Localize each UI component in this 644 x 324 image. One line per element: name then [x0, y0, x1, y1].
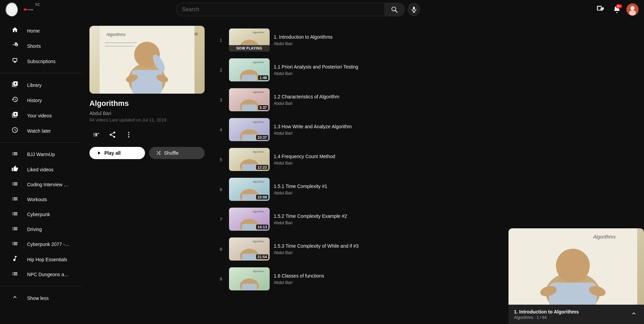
- mic-button[interactable]: [408, 3, 420, 16]
- shuffle-button[interactable]: Shuffle: [149, 147, 205, 159]
- svg-text:Algorithms: Algorithms: [252, 121, 264, 123]
- sidebar-item-label: Subscriptions: [27, 59, 56, 64]
- notifications-button[interactable]: 9+: [610, 3, 624, 16]
- sidebar-item-library[interactable]: Library: [3, 77, 79, 93]
- sidebar-item-label: Coding Interview Pr...: [27, 182, 70, 187]
- svg-text:YouTube: YouTube: [27, 9, 33, 11]
- video-title: 1.1 Priori Analysis and Posteriori Testi…: [274, 64, 632, 70]
- video-thumbnail: Algorithms 21:54: [229, 237, 270, 261]
- video-list-item[interactable]: 3 Algorithms 5:37 1.2 Characteristics of…: [213, 85, 636, 114]
- sidebar-item-label: Workouts: [27, 197, 47, 202]
- sidebar-item-show-less[interactable]: Show less: [3, 290, 79, 301]
- svg-text:Algorithms: Algorithms: [106, 32, 126, 37]
- playlist-icon-5: [11, 225, 19, 233]
- video-thumbnail: Algorithms 12:22: [229, 148, 270, 171]
- svg-rect-8: [413, 7, 415, 10]
- sort-icon: [92, 131, 100, 138]
- play-all-button[interactable]: Play all: [89, 147, 145, 159]
- svg-point-16: [630, 6, 635, 10]
- history-icon: [11, 96, 19, 104]
- svg-rect-81: [549, 283, 597, 301]
- video-thumbnail: Algorithms 10:08: [229, 178, 270, 201]
- sidebar-item-label: History: [27, 98, 42, 103]
- svg-rect-46: [242, 104, 257, 111]
- duration-badge: 10:37: [256, 135, 268, 140]
- video-author: Abdul Bari: [274, 101, 632, 106]
- shorts-icon: [11, 42, 19, 50]
- sidebar-item-liked[interactable]: Liked videos: [3, 162, 79, 177]
- youtube-logo[interactable]: YouTube NZ: [24, 6, 40, 13]
- sidebar-item-label: Shorts: [27, 43, 41, 49]
- sidebar-item-driving[interactable]: Driving: [3, 222, 79, 237]
- create-button[interactable]: [594, 3, 607, 16]
- video-list-item[interactable]: 5 Algorithms 12:22 1.4 Frequency Count M…: [213, 145, 636, 174]
- video-author: Abdul Bari: [274, 161, 632, 166]
- sidebar-item-cyberpunk2077[interactable]: Cyberpunk 2077 - G...: [3, 237, 79, 252]
- header: YouTube NZ: [0, 0, 644, 19]
- svg-point-29: [128, 134, 129, 135]
- sidebar-item-shorts[interactable]: Shorts: [3, 38, 79, 54]
- sidebar-item-label: BJJ WarmUp: [27, 152, 55, 157]
- more-options-button[interactable]: [122, 128, 136, 141]
- video-list-item[interactable]: 2 Algorithms 1:48 1.1 Priori Analysis an…: [213, 56, 636, 84]
- sidebar-item-cyberpunk[interactable]: Cyberpunk: [3, 207, 79, 222]
- video-list-item[interactable]: 4 Algorithms 10:37 1.3 How Write and Ana…: [213, 115, 636, 144]
- video-number: 4: [217, 127, 225, 132]
- video-author: Abdul Bari: [274, 71, 632, 76]
- svg-rect-21: [132, 70, 162, 94]
- sidebar-item-your-videos[interactable]: Your videos: [3, 108, 79, 123]
- playlist-icon: [11, 150, 19, 158]
- sidebar-item-npc[interactable]: NPC Dungeons and...: [3, 267, 79, 282]
- sidebar-item-subscriptions[interactable]: Subscriptions: [3, 54, 79, 69]
- sidebar-item-label: Watch later: [27, 128, 51, 134]
- header-left: YouTube NZ: [5, 2, 87, 17]
- video-info: 1.2 Characteristics of Algorithm Abdul B…: [274, 94, 632, 106]
- svg-rect-76: [242, 284, 257, 290]
- video-title: 1.2 Characteristics of Algorithm: [274, 94, 632, 100]
- sidebar-item-bjj[interactable]: BJJ WarmUp: [3, 147, 79, 162]
- svg-rect-56: [242, 164, 257, 171]
- sidebar-item-workouts[interactable]: Workouts: [3, 192, 79, 207]
- sidebar-item-home[interactable]: Home: [3, 23, 79, 38]
- video-list-item[interactable]: 6 Algorithms 10:08 1.5.1 Time Complexity…: [213, 175, 636, 204]
- library-icon: [11, 81, 19, 89]
- share-button[interactable]: [106, 128, 119, 141]
- home-icon: [11, 26, 19, 35]
- svg-rect-0: [9, 6, 15, 7]
- video-thumbnail: Algorithms 5:37: [229, 88, 270, 111]
- svg-text:Algorithms: Algorithms: [252, 180, 264, 183]
- playlist-icon-3: [11, 195, 19, 204]
- video-thumbnail: Algorithms NOW PLAYING: [229, 28, 270, 52]
- search-button[interactable]: [384, 3, 405, 16]
- sidebar-item-label: Cyberpunk: [27, 212, 50, 217]
- share-icon: [109, 131, 116, 138]
- svg-text:Algorithms: Algorithms: [252, 270, 264, 273]
- avatar[interactable]: [626, 3, 639, 16]
- svg-rect-2: [9, 11, 15, 11]
- play-controls: Play all Shuffle: [89, 147, 205, 159]
- svg-point-17: [629, 10, 636, 16]
- sort-button[interactable]: [89, 128, 103, 141]
- video-list-item[interactable]: 1 Algorithms NOW PLAYING 1. Introduction…: [213, 26, 636, 54]
- svg-point-14: [616, 12, 618, 13]
- search-input[interactable]: [176, 3, 384, 16]
- mini-player-video[interactable]: Algorithms: [508, 228, 644, 301]
- video-title: 1.3 How Write and Analyze Algorithm: [274, 123, 632, 130]
- video-title: 1.5.2 Time Complexity Example #2: [274, 213, 632, 219]
- liked-icon: [11, 165, 19, 174]
- sidebar-item-history[interactable]: History: [3, 93, 79, 108]
- playlist-panel: Algorithms Algorit: [89, 26, 205, 294]
- search-form: [176, 3, 405, 16]
- video-thumbnail: Algorithms: [229, 267, 270, 290]
- duration-badge: 21:54: [256, 254, 268, 259]
- sidebar-item-label: Hip Hop Essentials: [27, 257, 67, 262]
- video-info: 1. Introduction to Algorithms Abdul Bari: [274, 34, 632, 46]
- sidebar: Home Shorts Subscriptions Library Histor…: [0, 19, 81, 301]
- sidebar-item-label: NPC Dungeons and...: [27, 272, 70, 277]
- sidebar-item-coding[interactable]: Coding Interview Pr...: [3, 177, 79, 192]
- video-author: Abdul Bari: [274, 131, 632, 136]
- sidebar-item-hiphop[interactable]: Hip Hop Essentials: [3, 252, 79, 267]
- hamburger-button[interactable]: [5, 2, 18, 17]
- video-thumbnail: Algorithms 1:48: [229, 58, 270, 81]
- sidebar-item-watch-later[interactable]: Watch later: [3, 123, 79, 138]
